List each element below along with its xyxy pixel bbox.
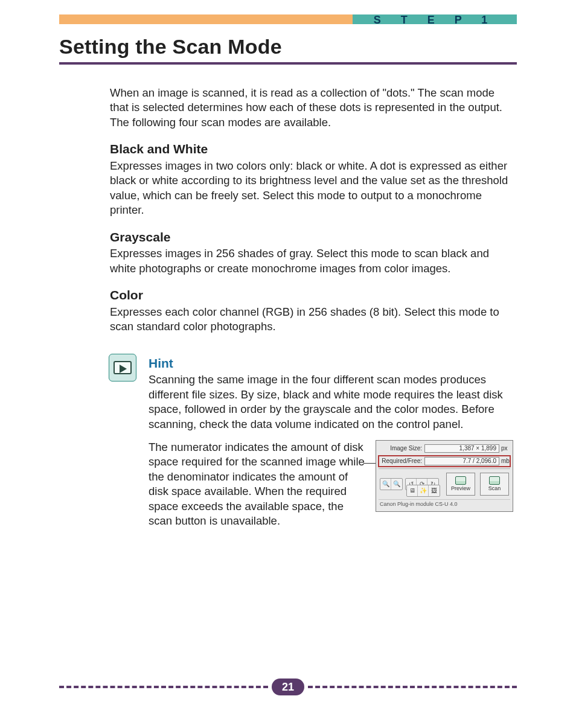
panel-row-image-size: Image Size: 1,387 × 1,899 px: [379, 443, 510, 454]
preview-icon: [455, 476, 466, 485]
step-label: S T E P 1: [353, 14, 517, 24]
body-column: When an image is scanned, it is read as …: [110, 86, 513, 528]
zoom-button-group: 🔍 🔍: [380, 478, 403, 490]
footer-dash-left: [59, 686, 268, 688]
required-free-field: 7.7 / 2,096.0: [424, 457, 499, 465]
zoom-out-icon[interactable]: 🔍: [391, 479, 402, 490]
preview-button[interactable]: Preview: [446, 473, 475, 496]
preview-button-label: Preview: [451, 486, 470, 491]
image-size-label: Image Size:: [379, 445, 424, 452]
control-panel-screenshot: Image Size: 1,387 × 1,899 px Required/Fr…: [376, 440, 513, 512]
misc-button-group: 🖥 ✨ 🖼: [406, 485, 440, 497]
panel-row-required-free: Required/Free: 7.7 / 2,096.0 mb: [379, 456, 510, 467]
heading-black-and-white: Black and White: [110, 141, 513, 158]
required-free-unit: mb: [499, 458, 510, 464]
wand-icon[interactable]: ✨: [418, 485, 429, 496]
required-free-label: Required/Free:: [379, 458, 424, 464]
scan-button[interactable]: Scan: [480, 473, 509, 496]
text-color: Expresses each color channel (RGB) in 25…: [110, 305, 513, 334]
text-black-and-white: Expresses images in two colors only: bla…: [110, 159, 513, 218]
callout-leader-line: [363, 463, 376, 464]
scan-icon: [489, 476, 500, 485]
page-header-bar: S T E P 1: [59, 14, 517, 24]
scan-button-label: Scan: [488, 486, 501, 491]
header-accent-orange: [59, 14, 353, 24]
panel-separator: [379, 468, 510, 469]
heading-grayscale: Grayscale: [110, 229, 513, 246]
hint-arrow-icon: [109, 354, 136, 382]
heading-color: Color: [110, 287, 513, 304]
page-number: 21: [272, 679, 304, 695]
page-footer: 21: [59, 680, 517, 694]
hint-title: Hint: [149, 355, 513, 372]
monitor-icon[interactable]: 🖥: [407, 485, 418, 496]
page-title-block: Setting the Scan Mode: [59, 35, 517, 65]
image-icon[interactable]: 🖼: [429, 485, 440, 496]
hint-block: Hint Scanning the same image in the four…: [110, 355, 513, 529]
panel-footer-text: Canon Plug-in module CS-U 4.0: [379, 499, 510, 508]
page-title: Setting the Scan Mode: [59, 35, 517, 59]
text-grayscale: Expresses images in 256 shades of gray. …: [110, 246, 513, 276]
footer-dash-right: [308, 686, 517, 688]
image-size-unit: px: [499, 445, 510, 452]
intro-paragraph: When an image is scanned, it is read as …: [110, 86, 513, 130]
hint-paragraph-2: The numerator indicates the amount of di…: [149, 440, 367, 528]
zoom-in-icon[interactable]: 🔍: [380, 479, 391, 490]
hint-paragraph-1: Scanning the same image in the four diff…: [149, 372, 513, 432]
image-size-field: 1,387 × 1,899: [424, 444, 499, 453]
